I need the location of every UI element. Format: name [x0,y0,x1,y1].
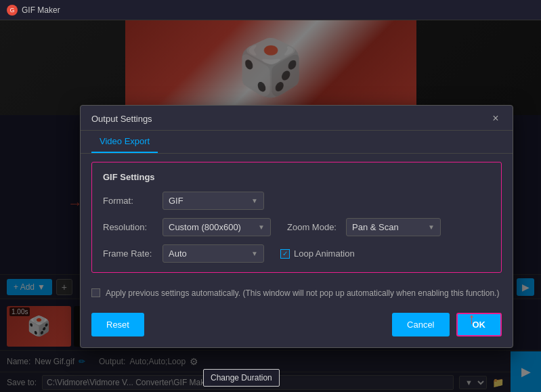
modal-close-button[interactable]: × [490,112,502,125]
modal-header: Output Settings × [81,106,513,131]
frame-rate-dropdown[interactable]: Auto ▼ [163,244,264,263]
main-area: → Output Settings × Video Export GIF Set… [0,20,541,392]
zoom-dropdown-arrow: ▼ [428,223,435,231]
ok-indicator-arrow: ↑ [468,310,475,328]
format-value: GIF [169,196,183,206]
modal-buttons: Reset Cancel OK [81,306,513,347]
output-settings-modal: Output Settings × Video Export GIF Setti… [80,105,513,348]
resolution-dropdown-arrow: ▼ [258,223,265,231]
frame-rate-label: Frame Rate: [103,248,157,259]
loop-animation-label: Loop Animation [294,248,355,259]
format-dropdown[interactable]: GIF ▼ [163,192,264,210]
frame-rate-value: Auto [169,248,187,259]
loop-animation-checkbox[interactable] [280,249,290,259]
modal-title: Output Settings [91,114,152,124]
ok-button[interactable]: OK [456,313,502,336]
format-label: Format: [103,196,157,206]
app-title: GIF Maker [22,5,60,15]
tab-video-export[interactable]: Video Export [91,131,158,153]
gif-settings-section: GIF Settings Format: GIF ▼ Resolution: C… [91,162,502,273]
modal-tabs: Video Export [81,131,513,154]
resolution-dropdown[interactable]: Custom (800x600) ▼ [163,218,271,236]
cancel-button[interactable]: Cancel [392,313,449,336]
framerate-dropdown-arrow: ▼ [251,250,258,257]
resolution-value: Custom (800x600) [169,222,241,232]
resolution-row: Resolution: Custom (800x600) ▼ Zoom Mode… [103,218,490,236]
resolution-label: Resolution: [103,222,157,232]
button-group-right: Cancel OK [392,313,502,336]
title-bar: G GIF Maker [0,0,541,20]
zoom-mode-dropdown[interactable]: Pan & Scan ▼ [346,218,441,236]
auto-apply-text: Apply previous settings automatically. (… [106,288,499,299]
zoom-mode-label: Zoom Mode: [287,222,337,232]
auto-apply-checkbox[interactable] [91,288,100,297]
auto-apply-row: Apply previous settings automatically. (… [81,281,513,306]
loop-section: Loop Animation [280,248,355,259]
format-row: Format: GIF ▼ [103,192,490,210]
zoom-mode-value: Pan & Scan [352,222,399,232]
change-duration-button[interactable]: Change Duration [203,369,280,387]
gif-settings-title: GIF Settings [103,172,490,182]
format-dropdown-arrow: ▼ [251,197,258,204]
frame-rate-row: Frame Rate: Auto ▼ Loop Animation [103,244,490,263]
reset-button[interactable]: Reset [91,313,144,336]
app-icon: G [7,5,18,16]
